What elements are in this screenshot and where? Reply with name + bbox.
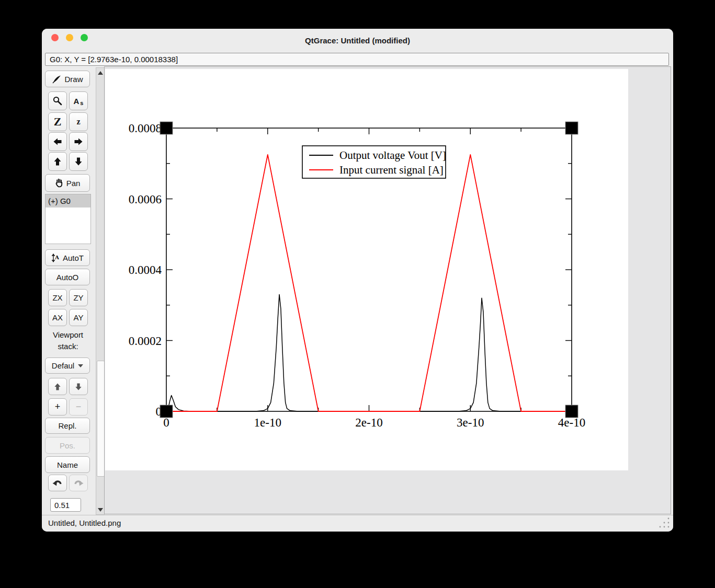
position-button[interactable]: Pos. bbox=[45, 437, 90, 454]
axes-icon: A bbox=[51, 253, 60, 262]
hand-icon bbox=[55, 178, 64, 188]
viewport-stack-label: Viewport stack: bbox=[45, 329, 91, 352]
arrow-down-icon bbox=[74, 157, 83, 166]
graph-g0: 01e-102e-103e-104e-1000.00020.00040.0006… bbox=[105, 69, 628, 470]
autoscale-y-button[interactable]: AY bbox=[69, 309, 88, 326]
series-line-1 bbox=[166, 155, 572, 411]
autoscale-ticks-button[interactable]: A AutoT bbox=[45, 249, 90, 266]
arrow-up-icon bbox=[54, 383, 61, 391]
viewport-dropdown[interactable]: Defaul bbox=[45, 358, 90, 374]
autot-label: AutoT bbox=[63, 253, 84, 262]
autoscale-on-button[interactable]: AutoO bbox=[45, 269, 90, 285]
magnifier-icon bbox=[52, 96, 63, 106]
arrow-up-icon bbox=[53, 157, 62, 166]
name-button[interactable]: Name bbox=[45, 456, 90, 473]
pan-label: Pan bbox=[66, 179, 81, 188]
status-bar: Untitled, Untitled.png bbox=[42, 515, 673, 532]
scroll-left-button[interactable] bbox=[48, 132, 67, 151]
series-line-0 bbox=[166, 294, 572, 411]
pan-button[interactable]: Pan bbox=[45, 174, 90, 192]
scroll-down-button[interactable] bbox=[69, 152, 88, 171]
plot-canvas[interactable]: 01e-102e-103e-104e-1000.00020.00040.0006… bbox=[105, 69, 628, 470]
svg-text:A: A bbox=[55, 254, 59, 260]
zoom-out-button[interactable]: z bbox=[69, 112, 88, 131]
graph-list[interactable]: (+) G0 bbox=[45, 194, 91, 244]
x-tick-label: 3e-10 bbox=[457, 416, 484, 429]
draw-label: Draw bbox=[64, 75, 83, 84]
legend-label-1: Input current signal [A] bbox=[339, 164, 444, 176]
graph-list-item-g0[interactable]: (+) G0 bbox=[46, 194, 90, 207]
viewport-dropdown-value: Defaul bbox=[52, 361, 74, 370]
autoscale-x-button[interactable]: AX bbox=[48, 309, 67, 326]
x-tick-label: 2e-10 bbox=[355, 416, 382, 429]
y-tick-label: 0.0004 bbox=[129, 263, 162, 276]
desktop-backdrop: { "window": { "title": "QtGrace: Untitle… bbox=[0, 0, 715, 588]
y-tick-label: 0.0006 bbox=[129, 193, 162, 206]
triangle-up-icon bbox=[98, 71, 103, 75]
scrollbar-thumb[interactable] bbox=[97, 361, 105, 477]
scroll-right-button[interactable] bbox=[69, 132, 88, 151]
zoom-in-button[interactable]: Z bbox=[48, 112, 67, 131]
redo-button[interactable] bbox=[69, 475, 88, 491]
quill-pen-icon bbox=[52, 75, 62, 84]
window-title: QtGrace: Untitled (modified) bbox=[42, 29, 673, 52]
remove-viewport-button[interactable]: − bbox=[69, 398, 88, 416]
draw-button[interactable]: Draw bbox=[45, 71, 90, 87]
text-zoom-button[interactable]: As bbox=[69, 91, 88, 110]
x-tick-label: 4e-10 bbox=[558, 416, 585, 429]
magnification-field[interactable] bbox=[50, 498, 81, 512]
scrollbar-down-arrow[interactable] bbox=[96, 505, 104, 514]
y-tick-label: 0.0002 bbox=[129, 335, 162, 348]
zoom-y-button[interactable]: ZY bbox=[69, 289, 88, 306]
arrow-right-icon bbox=[74, 137, 83, 146]
arrow-left-icon bbox=[53, 137, 62, 146]
corner-handle[interactable] bbox=[565, 122, 578, 134]
stack-down-button[interactable] bbox=[69, 378, 88, 395]
arrow-down-icon bbox=[75, 383, 82, 391]
corner-handle[interactable] bbox=[160, 405, 173, 418]
scrollbar-up-arrow[interactable] bbox=[96, 68, 104, 77]
scroll-up-button[interactable] bbox=[48, 152, 67, 171]
legend-label-0: Output voltage Vout [V] bbox=[339, 149, 446, 162]
stack-up-button[interactable] bbox=[48, 378, 67, 395]
resize-grip[interactable] bbox=[656, 517, 670, 528]
title-bar[interactable]: QtGrace: Untitled (modified) bbox=[42, 29, 673, 52]
add-viewport-button[interactable]: + bbox=[48, 398, 67, 416]
redo-icon bbox=[73, 479, 84, 487]
y-tick-label: 0.0008 bbox=[129, 122, 162, 135]
text-zoom-icon: A bbox=[74, 97, 80, 106]
corner-handle[interactable] bbox=[565, 405, 578, 418]
status-text: Untitled, Untitled.png bbox=[48, 518, 121, 527]
triangle-down-icon bbox=[98, 508, 103, 512]
plot-scroll-area: 01e-102e-103e-104e-1000.00020.00040.0006… bbox=[104, 66, 671, 514]
undo-icon bbox=[52, 479, 63, 487]
tool-sidebar: Draw As Z z bbox=[45, 67, 94, 515]
locator-bar: G0: X, Y = [2.9763e-10, 0.00018338] bbox=[45, 53, 669, 66]
zoom-tool-button[interactable] bbox=[48, 91, 67, 110]
corner-handle[interactable] bbox=[160, 122, 173, 134]
x-tick-label: 1e-10 bbox=[254, 416, 281, 429]
caret-down-icon bbox=[78, 364, 83, 367]
undo-button[interactable] bbox=[48, 475, 67, 491]
x-tick-label: 0 bbox=[163, 416, 169, 429]
app-window: QtGrace: Untitled (modified) G0: X, Y = … bbox=[42, 29, 673, 532]
replace-button[interactable]: Repl. bbox=[45, 418, 90, 434]
zoom-x-button[interactable]: ZX bbox=[48, 289, 67, 306]
sidebar-scrollbar[interactable] bbox=[96, 67, 105, 515]
